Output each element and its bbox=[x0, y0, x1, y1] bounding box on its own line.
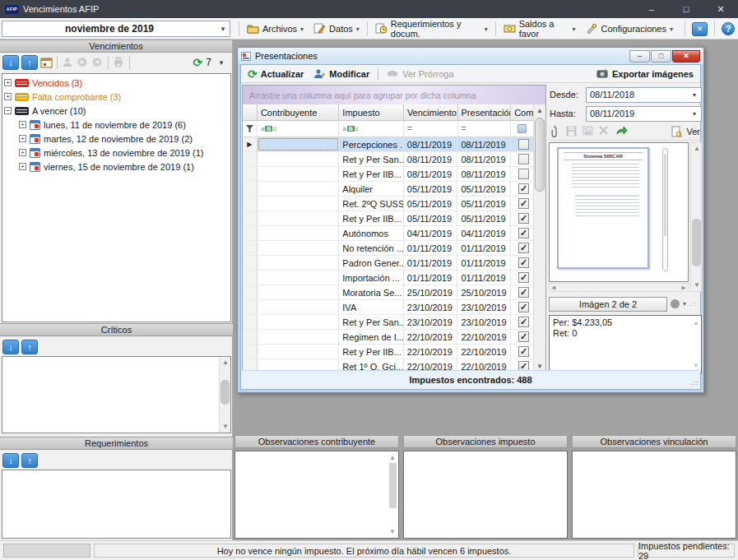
checkbox[interactable]: ✓ bbox=[518, 302, 529, 312]
cell-vencimiento[interactable]: 08/11/2019 bbox=[404, 137, 458, 151]
cell-vencimiento[interactable]: 08/11/2019 bbox=[404, 152, 458, 166]
filter-presentacion[interactable]: = bbox=[458, 121, 512, 137]
table-row[interactable]: Ret. 2ºQ SUSS 05/11/2019 05/11/2019 ✓ bbox=[243, 197, 533, 211]
table-row[interactable]: Autónomos 04/11/2019 04/11/2019 ✓ bbox=[243, 226, 533, 241]
restore-button[interactable]: □ bbox=[651, 50, 671, 62]
cell-impuesto[interactable]: No retención ... bbox=[339, 241, 404, 255]
expand-icon[interactable]: + bbox=[19, 149, 26, 156]
ver-button[interactable]: Ver bbox=[671, 126, 702, 137]
filter-contribuyente[interactable]: aBc bbox=[258, 121, 339, 137]
checkbox[interactable]: ✓ bbox=[518, 331, 529, 342]
observaciones-vinculacion-box[interactable] bbox=[572, 451, 736, 539]
cell-contribuyente[interactable] bbox=[258, 345, 339, 359]
cell-contribuyente[interactable] bbox=[258, 241, 339, 255]
cell-vencimiento[interactable]: 22/10/2019 bbox=[404, 345, 458, 359]
group-by-bar[interactable]: Arrastre una columna aquí para agrupar p… bbox=[243, 86, 545, 104]
checkbox[interactable]: ✓ bbox=[518, 183, 529, 194]
refresh-icon[interactable]: ⟳ bbox=[193, 57, 203, 68]
cell-contribuyente[interactable] bbox=[258, 182, 339, 196]
move-down-button[interactable]: ↓ bbox=[2, 55, 19, 70]
tree-item-date[interactable]: + miércoles, 13 de noviembre de 2019 (1) bbox=[4, 146, 230, 160]
cell-impuesto[interactable]: Importación ... bbox=[339, 271, 404, 285]
minimize-button[interactable]: – bbox=[634, 0, 669, 18]
cell-presentacion[interactable]: 08/11/2019 bbox=[457, 167, 511, 181]
cell-presentacion[interactable]: 23/10/2019 bbox=[457, 315, 511, 329]
month-selector[interactable]: noviembre de 2019 ▾ bbox=[2, 21, 230, 37]
criticos-list[interactable]: ▲ ▼ bbox=[2, 356, 231, 433]
scrollbar[interactable]: ▲ ▼ bbox=[219, 357, 230, 433]
calendar-button[interactable] bbox=[40, 57, 53, 68]
menu-configuraciones[interactable]: Configuraciones ▾ bbox=[581, 21, 679, 36]
table-row[interactable]: Ret y Per San... 08/11/2019 08/11/2019 bbox=[243, 152, 533, 167]
cell-presentacion[interactable]: 22/10/2019 bbox=[457, 345, 511, 359]
cell-impuesto[interactable]: Regimen de I... bbox=[339, 330, 404, 344]
filter-com[interactable] bbox=[511, 121, 533, 137]
paperclip-icon[interactable] bbox=[550, 126, 562, 137]
tree-item-a-vencer[interactable]: − A vencer (10) bbox=[4, 104, 230, 118]
expand-icon[interactable]: + bbox=[19, 121, 26, 128]
cell-vencimiento[interactable]: 01/11/2019 bbox=[404, 256, 458, 270]
cell-contribuyente[interactable] bbox=[258, 300, 339, 314]
cell-presentacion[interactable]: 22/10/2019 bbox=[457, 330, 511, 344]
cell-presentacion[interactable]: 08/11/2019 bbox=[457, 152, 511, 166]
cell-vencimiento[interactable]: 22/10/2019 bbox=[404, 330, 458, 344]
table-row[interactable]: ▶ Percepciones ... 08/11/2019 08/11/2019 bbox=[243, 137, 533, 152]
resize-grip[interactable]: .:: bbox=[690, 379, 699, 387]
tree-item-date[interactable]: + viernes, 15 de noviembre de 2019 (1) bbox=[4, 160, 230, 174]
cell-contribuyente[interactable] bbox=[258, 211, 339, 225]
cell-impuesto[interactable]: Ret y Per IIB... bbox=[339, 345, 404, 359]
table-row[interactable]: Moratoria Se... 25/10/2019 25/10/2019 ✓ bbox=[243, 285, 533, 300]
cell-vencimiento[interactable]: 05/11/2019 bbox=[404, 182, 458, 196]
cell-vencimiento[interactable]: 01/11/2019 bbox=[404, 241, 458, 255]
table-row[interactable]: Ret y Per IIB... 05/11/2019 05/11/2019 ✓ bbox=[243, 211, 533, 226]
cell-presentacion[interactable]: 05/11/2019 bbox=[457, 197, 511, 211]
checkbox[interactable] bbox=[518, 169, 529, 179]
checkbox[interactable]: ✓ bbox=[518, 198, 529, 209]
inner-scrollbar[interactable] bbox=[662, 148, 668, 271]
scrollbar-thumb[interactable] bbox=[389, 463, 397, 508]
move-down-button[interactable]: ↓ bbox=[2, 340, 19, 354]
move-up-button[interactable]: ↑ bbox=[21, 55, 38, 70]
table-row[interactable]: Ret y Per IIB... 08/11/2019 08/11/2019 bbox=[243, 167, 533, 182]
column-header-presentacion[interactable]: Presentación bbox=[458, 104, 512, 120]
cell-impuesto[interactable]: Ret y Per IIB... bbox=[339, 167, 404, 181]
cell-impuesto[interactable]: Padron Gener... bbox=[339, 256, 404, 270]
cell-vencimiento[interactable]: 25/10/2019 bbox=[404, 285, 458, 299]
checkbox[interactable]: ✓ bbox=[518, 272, 529, 283]
cell-impuesto[interactable]: Alquiler bbox=[339, 182, 404, 196]
checkbox[interactable]: ✓ bbox=[518, 257, 529, 268]
move-up-button[interactable]: ↑ bbox=[21, 453, 38, 468]
cell-presentacion[interactable]: 01/11/2019 bbox=[457, 271, 511, 285]
cell-vencimiento[interactable]: 05/11/2019 bbox=[404, 211, 458, 225]
expand-icon[interactable]: + bbox=[4, 79, 12, 86]
column-header-impuesto[interactable]: Impuesto bbox=[339, 104, 404, 120]
menu-datos[interactable]: Datos ▾ bbox=[309, 21, 364, 36]
scrollbar-thumb[interactable] bbox=[220, 380, 230, 405]
scrollbar-thumb[interactable] bbox=[692, 219, 701, 266]
checkbox[interactable] bbox=[518, 139, 529, 150]
tree-item-date[interactable]: + martes, 12 de noviembre de 2019 (2) bbox=[4, 132, 230, 146]
cell-vencimiento[interactable]: 05/11/2019 bbox=[404, 197, 458, 211]
cell-vencimiento[interactable]: 01/11/2019 bbox=[404, 271, 458, 285]
expand-icon[interactable]: + bbox=[4, 93, 12, 100]
cell-contribuyente[interactable] bbox=[258, 315, 339, 329]
cell-contribuyente[interactable] bbox=[258, 256, 339, 270]
observaciones-impuesto-box[interactable] bbox=[403, 451, 568, 539]
cell-presentacion[interactable]: 04/11/2019 bbox=[457, 226, 511, 240]
checkbox[interactable]: ✓ bbox=[518, 287, 529, 298]
scrollbar-thumb[interactable] bbox=[535, 118, 545, 192]
cell-contribuyente[interactable] bbox=[258, 197, 339, 211]
requerimientos-list[interactable] bbox=[2, 470, 231, 539]
checkbox[interactable]: ✓ bbox=[518, 317, 529, 327]
filter-impuesto[interactable]: aBc bbox=[339, 121, 404, 137]
column-header-com[interactable]: Com... bbox=[511, 104, 533, 120]
close-button[interactable]: ✕ bbox=[703, 0, 738, 18]
preview-scrollbar[interactable]: ▲ ▼ bbox=[690, 142, 702, 292]
cell-impuesto[interactable]: Ret. 2ºQ SUSS bbox=[339, 197, 404, 211]
table-row[interactable]: Ret y Per IIB... 22/10/2019 22/10/2019 ✓ bbox=[243, 345, 533, 359]
cell-impuesto[interactable]: Autónomos bbox=[339, 226, 404, 240]
menu-saldos[interactable]: Saldos a favor ▾ bbox=[499, 17, 581, 40]
move-down-button[interactable]: ↓ bbox=[2, 453, 19, 468]
help-icon[interactable]: ? bbox=[722, 22, 735, 35]
column-header-vencimiento[interactable]: Vencimiento bbox=[404, 104, 458, 120]
